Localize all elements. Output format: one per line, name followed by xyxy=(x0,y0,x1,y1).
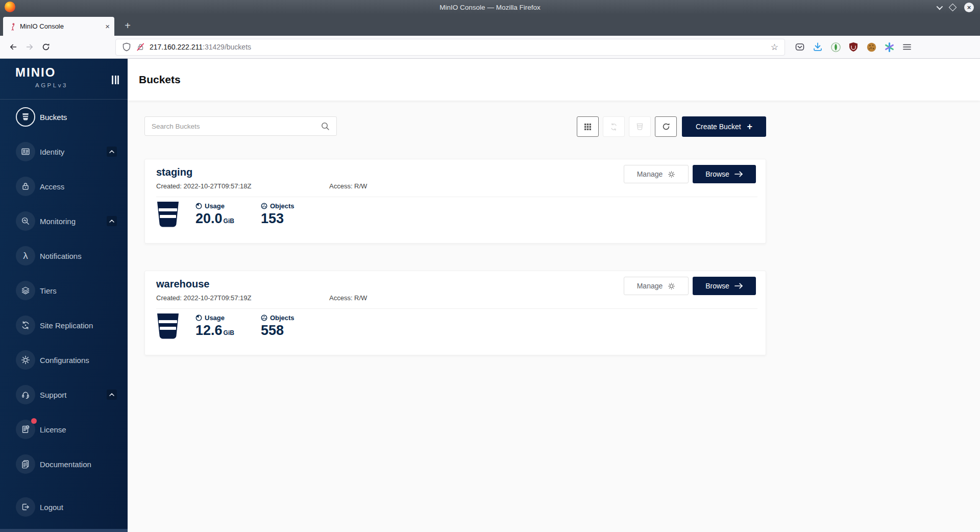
sidebar-bottom-scrollbar[interactable] xyxy=(0,529,128,532)
delete-bucket-button-disabled[interactable] xyxy=(629,116,651,137)
arrow-right-icon xyxy=(734,283,743,289)
sidebar-item-label: Documentation xyxy=(40,460,91,469)
lock-icon xyxy=(16,177,35,196)
browse-button[interactable]: Browse xyxy=(693,277,756,295)
main-content: Buckets xyxy=(128,59,980,532)
window-controls: × xyxy=(937,0,974,14)
manage-button[interactable]: Manage xyxy=(624,277,689,295)
window-title: MinIO Console — Mozilla Firefox xyxy=(0,4,980,11)
buckets-container: Create Bucket + staging Created: 2022-10… xyxy=(128,101,766,355)
sidebar-collapse-icon[interactable] xyxy=(112,76,119,84)
usage-label: Usage xyxy=(205,202,225,210)
sidebar-item-label: Buckets xyxy=(40,113,67,122)
objects-metric: Objects 558 xyxy=(261,314,295,338)
buckets-toolbar: Create Bucket + xyxy=(144,116,766,137)
firefox-logo-icon xyxy=(5,2,15,12)
window-minimize-icon[interactable] xyxy=(937,3,943,10)
sidebar-item-buckets[interactable]: Buckets xyxy=(0,100,128,134)
url-domain: 217.160.222.211 xyxy=(150,43,203,51)
sidebar-item-configurations[interactable]: Configurations xyxy=(0,343,128,377)
browse-button[interactable]: Browse xyxy=(693,165,756,183)
buckets-icon xyxy=(16,107,35,127)
bucket-metrics: Usage 12.6GiB Objects 558 xyxy=(156,313,757,340)
sidebar-item-label: Notifications xyxy=(40,252,82,260)
gear-icon xyxy=(668,171,675,178)
manage-button[interactable]: Manage xyxy=(624,165,689,183)
bookmark-star-icon[interactable]: ☆ xyxy=(771,42,778,53)
create-bucket-button[interactable]: Create Bucket + xyxy=(682,116,766,137)
create-bucket-label: Create Bucket xyxy=(696,123,741,131)
sidebar-item-label: License xyxy=(40,425,66,434)
sidebar-item-label: Support xyxy=(40,391,67,399)
tab-close-icon[interactable]: × xyxy=(105,22,110,30)
search-icon xyxy=(321,122,330,131)
search-buckets-box[interactable] xyxy=(144,116,337,136)
usage-metric: Usage 20.0GiB xyxy=(195,202,234,227)
tab-title: MinIO Console xyxy=(20,22,105,30)
insecure-lock-icon[interactable] xyxy=(136,42,145,52)
documentation-icon xyxy=(16,454,35,474)
forward-button[interactable] xyxy=(21,39,38,55)
sidebar-item-access[interactable]: Access xyxy=(0,169,128,204)
hamburger-menu-icon[interactable] xyxy=(899,39,915,55)
chevron-up-icon[interactable] xyxy=(107,147,117,157)
sidebar-logo-area: MINIO AGPLv3 xyxy=(0,59,128,100)
ublock-origin-icon[interactable] xyxy=(846,39,861,55)
chevron-up-icon[interactable] xyxy=(107,216,117,226)
gear-icon xyxy=(16,350,35,370)
bucket-created: Created: 2022-10-27T09:57:18Z xyxy=(156,182,329,190)
card-divider xyxy=(156,308,757,309)
sidebar-item-support[interactable]: Support xyxy=(0,377,128,412)
reload-button[interactable] xyxy=(38,39,54,55)
chevron-up-icon[interactable] xyxy=(107,390,117,400)
bucket-meta: Created: 2022-10-27T09:57:18Z Access: R/… xyxy=(156,182,757,190)
objects-label: Objects xyxy=(270,314,295,322)
refresh-button[interactable] xyxy=(655,116,677,137)
sidebar-item-site-replication[interactable]: Site Replication xyxy=(0,308,128,343)
window-maximize-icon[interactable] xyxy=(949,3,957,11)
bucket-access: Access: R/W xyxy=(329,294,367,302)
logout-icon xyxy=(16,497,35,517)
back-button[interactable] xyxy=(5,39,21,55)
sidebar-item-tiers[interactable]: Tiers xyxy=(0,273,128,308)
sidebar: MINIO AGPLv3 Buckets Identity xyxy=(0,59,128,532)
search-input[interactable] xyxy=(152,123,321,130)
lambda-icon: λ xyxy=(16,246,35,265)
objects-icon xyxy=(261,315,267,321)
bucket-card-staging[interactable]: staging Created: 2022-10-27T09:57:18Z Ac… xyxy=(144,159,766,244)
replication-arrows-icon xyxy=(16,316,35,335)
headset-icon xyxy=(16,385,35,404)
sidebar-item-license[interactable]: License xyxy=(0,412,128,447)
sidebar-item-monitoring[interactable]: Monitoring xyxy=(0,204,128,238)
bucket-meta: Created: 2022-10-27T09:57:19Z Access: R/… xyxy=(156,294,757,302)
url-bar[interactable]: 217.160.222.211:31429/buckets ☆ xyxy=(115,39,785,56)
set-replication-button-disabled[interactable] xyxy=(603,116,625,137)
license-icon xyxy=(16,420,35,439)
bucket-card-warehouse[interactable]: warehouse Created: 2022-10-27T09:57:19Z … xyxy=(144,271,766,355)
sidebar-item-documentation[interactable]: Documentation xyxy=(0,447,128,481)
sidebar-item-identity[interactable]: Identity xyxy=(0,134,128,169)
sidebar-item-label: Monitoring xyxy=(40,217,76,226)
usage-value: 12.6 xyxy=(195,323,223,338)
tracking-protection-shield-icon[interactable] xyxy=(122,42,131,52)
sidebar-item-logout[interactable]: Logout xyxy=(0,490,128,524)
monitoring-icon xyxy=(16,211,35,231)
pocket-icon[interactable] xyxy=(792,39,807,55)
usage-pie-icon xyxy=(195,203,202,209)
asterisk-extension-icon[interactable] xyxy=(881,39,897,55)
page-title: Buckets xyxy=(139,74,181,86)
sidebar-item-label: Access xyxy=(40,182,64,191)
window-close-icon[interactable]: × xyxy=(964,3,974,12)
objects-value: 153 xyxy=(261,211,284,227)
bucket-access: Access: R/W xyxy=(329,182,367,190)
grid-view-button[interactable] xyxy=(577,116,599,137)
cookie-extension-icon[interactable] xyxy=(864,39,879,55)
downloads-icon[interactable] xyxy=(810,39,825,55)
new-tab-button[interactable]: + xyxy=(120,18,135,33)
tiers-layers-icon xyxy=(16,281,35,300)
sidebar-item-label: Site Replication xyxy=(40,321,93,330)
tab-minio-console[interactable]: MinIO Console × xyxy=(3,17,114,36)
extension-green-icon[interactable] xyxy=(828,39,843,55)
sidebar-item-notifications[interactable]: λ Notifications xyxy=(0,238,128,273)
browse-label: Browse xyxy=(705,282,729,290)
